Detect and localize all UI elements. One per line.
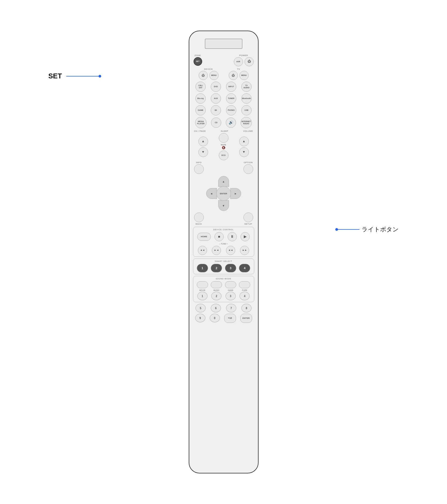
back-button[interactable] bbox=[194, 213, 204, 222]
numpad-enter-button[interactable]: ENTER bbox=[240, 314, 252, 323]
ch-up-button[interactable]: ▲ bbox=[198, 137, 208, 146]
home-button[interactable]: HOME bbox=[197, 233, 211, 241]
tv-audio-button[interactable]: TVAUDIO bbox=[241, 82, 252, 92]
movie-label: MOVIE bbox=[199, 289, 205, 291]
tv-label: TV bbox=[237, 68, 240, 70]
device-power-button[interactable]: ⏻ bbox=[199, 71, 208, 80]
stop-button[interactable]: ■ bbox=[215, 232, 224, 241]
internet-radio-button[interactable]: INTERNETRADIO bbox=[241, 117, 252, 128]
option-button[interactable] bbox=[244, 164, 253, 174]
num-6-button[interactable]: 6 bbox=[211, 304, 221, 312]
pure-button[interactable]: 4 bbox=[239, 292, 250, 300]
dpad-down-button[interactable]: ▼ bbox=[218, 200, 229, 211]
setup-label: SETUP bbox=[244, 223, 252, 225]
input-row-3: GAME 8K PHONO USB bbox=[193, 105, 254, 115]
smart-select-4-button[interactable]: 4 bbox=[239, 264, 250, 272]
pause-button[interactable]: ⏸ bbox=[228, 232, 237, 241]
smart-select-title: SMART SELECT bbox=[195, 260, 252, 262]
back-setup-row: BACK SETUP bbox=[193, 213, 254, 225]
ch-sleep-volume-section: CH / PAGE SLEEP VOLUME ▲ ▼ MUTE 🔇 ECO ▲ bbox=[193, 130, 254, 160]
set-annotation-text: SET bbox=[48, 72, 62, 80]
input-row-4: MEDIAPLAYER CD 🔊 INTERNETRADIO bbox=[193, 117, 254, 128]
tuner-button[interactable]: TUNER bbox=[226, 93, 236, 104]
sound-mode-btn-d[interactable] bbox=[239, 281, 250, 288]
movie-button[interactable]: 1 bbox=[197, 292, 208, 300]
info-label: INFO bbox=[196, 161, 202, 164]
eco-button[interactable]: ECO bbox=[219, 151, 228, 160]
num-8-button[interactable]: 8 bbox=[241, 304, 252, 312]
game-sound-button[interactable]: 3 bbox=[226, 292, 236, 300]
cbl-sat-button[interactable]: CBL/SAT bbox=[195, 82, 206, 92]
display-screen bbox=[205, 39, 242, 49]
fast-forward-button[interactable]: ►► bbox=[240, 246, 249, 255]
usb-button[interactable]: USB bbox=[241, 105, 252, 115]
info-button[interactable] bbox=[194, 164, 204, 174]
input-button[interactable]: INPUT bbox=[226, 82, 236, 92]
avr-button[interactable]: AVR bbox=[234, 57, 243, 66]
set-annotation-dot bbox=[99, 75, 101, 78]
num-5-button[interactable]: 5 bbox=[195, 304, 206, 312]
ch-page-label: CH / PAGE bbox=[194, 130, 206, 132]
set-button[interactable]: SET bbox=[194, 57, 202, 66]
play-button[interactable]: ▶ bbox=[241, 232, 250, 241]
volume-down-button[interactable]: ▼ bbox=[239, 147, 249, 157]
mute-label: MUTE bbox=[221, 144, 226, 146]
set-annotation-line bbox=[66, 76, 99, 76]
numpad-row-2: 9 0 +10 ENTER bbox=[193, 314, 254, 323]
dpad-left-button[interactable]: ◄ bbox=[206, 188, 217, 199]
back-label: BACK bbox=[196, 223, 202, 225]
power-label: POWER bbox=[239, 54, 248, 57]
sound-mode-title: SOUND MODE bbox=[195, 278, 252, 280]
numpad-row-1: 5 6 7 8 bbox=[193, 304, 254, 312]
music-button[interactable]: 2 bbox=[211, 292, 221, 300]
sleep-button[interactable] bbox=[219, 133, 228, 143]
game-sound-label: GAME bbox=[228, 289, 233, 291]
light-annotation-line bbox=[338, 229, 359, 230]
aux-button[interactable]: AUX bbox=[211, 93, 221, 104]
num-0-button[interactable]: 0 bbox=[210, 314, 220, 322]
device-control-section: DEVICE CONTROL HOME ■ ⏸ ▶ – TUNE + ◄◄ ►◄… bbox=[193, 227, 254, 257]
sound-mode-btn-a[interactable] bbox=[197, 281, 208, 288]
smart-select-1-button[interactable]: 1 bbox=[197, 264, 208, 272]
next-track-button[interactable]: ►◄ bbox=[212, 246, 221, 255]
8k-button[interactable]: 8K bbox=[211, 105, 221, 115]
num-9-button[interactable]: 9 bbox=[195, 314, 205, 322]
num-plus10-button[interactable]: +10 bbox=[224, 314, 236, 323]
num-7-button[interactable]: 7 bbox=[226, 304, 236, 312]
prev-track-button[interactable]: ◄◄ bbox=[198, 246, 207, 255]
light-annotation-dot bbox=[335, 228, 338, 231]
light-button-annotation: ライトボタン bbox=[335, 225, 399, 233]
bluray-button[interactable]: Blu-ray bbox=[195, 93, 206, 104]
volume-label: VOLUME bbox=[243, 130, 253, 132]
tv-menu-button[interactable]: MENU bbox=[239, 71, 249, 80]
device-menu-button[interactable]: MENU bbox=[209, 71, 219, 80]
smart-select-2-button[interactable]: 2 bbox=[211, 264, 222, 272]
volume-up-button[interactable]: ▲ bbox=[239, 137, 249, 146]
phono-button[interactable]: PHONO bbox=[226, 105, 236, 115]
sound-mode-section: SOUND MODE MOVIE 1 MUSIC 2 GAME 3 PURE bbox=[193, 276, 254, 302]
enter-button[interactable]: ENTER bbox=[216, 186, 231, 201]
audio-button[interactable]: 🔊 bbox=[226, 118, 236, 128]
info-option-row: INFO OPTION bbox=[193, 161, 254, 174]
dvd-button[interactable]: DVD bbox=[211, 82, 221, 92]
cd-button[interactable]: CD bbox=[211, 118, 221, 128]
game-button[interactable]: GAME bbox=[195, 105, 206, 115]
ch-down-button[interactable]: ▼ bbox=[198, 147, 208, 157]
smart-select-section: SMART SELECT 1 2 3 4 bbox=[193, 258, 254, 274]
tv-power-button[interactable]: ⏻ bbox=[229, 71, 238, 80]
mute-icon: 🔇 bbox=[222, 146, 226, 149]
dpad-right-button[interactable]: ► bbox=[230, 188, 241, 199]
setup-button[interactable] bbox=[244, 213, 253, 222]
dpad-up-button[interactable]: ▲ bbox=[218, 176, 229, 187]
zone-label: ZONE bbox=[194, 54, 201, 57]
dpad: ▲ ▼ ◄ ► ENTER bbox=[206, 176, 241, 211]
smart-select-3-button[interactable]: 3 bbox=[225, 264, 236, 272]
device-control-title: DEVICE CONTROL bbox=[195, 229, 252, 231]
sound-mode-btn-c[interactable] bbox=[225, 281, 236, 288]
power-button[interactable]: ⏻ bbox=[245, 57, 254, 66]
media-player-button[interactable]: MEDIAPLAYER bbox=[195, 117, 206, 128]
rewind-button[interactable]: ◄◄ bbox=[226, 246, 235, 255]
sleep-label: SLEEP bbox=[221, 130, 228, 132]
sound-mode-btn-b[interactable] bbox=[211, 281, 222, 288]
bluetooth-button[interactable]: Bluetooth bbox=[241, 93, 252, 104]
